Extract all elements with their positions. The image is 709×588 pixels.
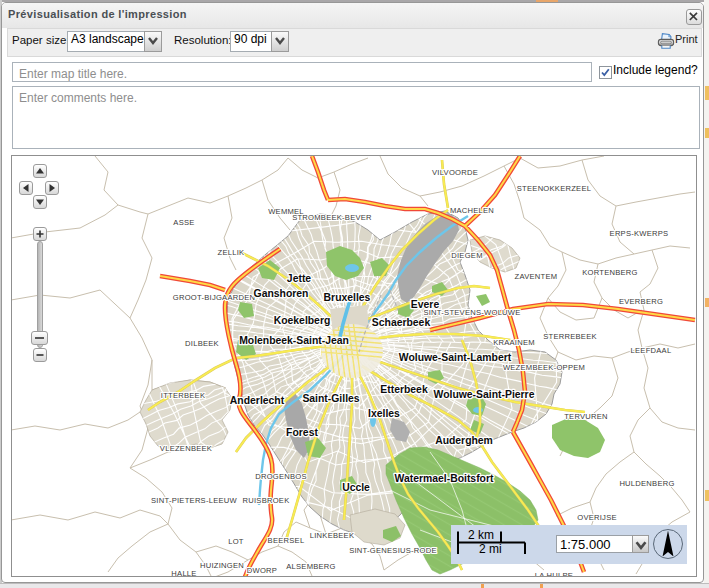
svg-text:Ganshoren: Ganshoren	[254, 288, 309, 299]
svg-text:Saint-Gilles: Saint-Gilles	[302, 393, 359, 404]
svg-text:ZELLIK: ZELLIK	[218, 248, 245, 257]
svg-text:LEEFDAAL: LEEFDAAL	[631, 346, 672, 355]
svg-text:Schaerbeek: Schaerbeek	[372, 317, 431, 328]
svg-text:ALSEMBERG: ALSEMBERG	[286, 562, 336, 571]
svg-text:Uccle: Uccle	[342, 482, 370, 493]
svg-text:LOT: LOT	[228, 537, 244, 546]
svg-text:DWORP: DWORP	[247, 566, 277, 575]
svg-text:ASSE: ASSE	[173, 218, 194, 227]
svg-text:ITTERBEEK: ITTERBEEK	[161, 391, 205, 400]
svg-text:Molenbeek-Saint-Jean: Molenbeek-Saint-Jean	[239, 335, 349, 346]
svg-text:2 km: 2 km	[468, 528, 494, 542]
svg-text:Woluwe-Saint-Pierre: Woluwe-Saint-Pierre	[434, 389, 535, 400]
svg-text:BEERSEL: BEERSEL	[268, 536, 305, 545]
svg-text:Koekelberg: Koekelberg	[274, 315, 331, 326]
svg-text:Jette: Jette	[287, 273, 311, 284]
svg-text:Bruxelles: Bruxelles	[324, 292, 371, 303]
svg-text:TERVUREN: TERVUREN	[564, 412, 608, 421]
svg-text:HUIZINGEN: HUIZINGEN	[200, 561, 244, 570]
svg-text:2 mi: 2 mi	[479, 542, 502, 556]
svg-text:DIEGEM: DIEGEM	[451, 251, 482, 260]
svg-text:DROGENBOS: DROGENBOS	[255, 472, 307, 481]
svg-text:KRAAINEM: KRAAINEM	[493, 338, 535, 347]
svg-text:HALLE: HALLE	[171, 569, 196, 576]
svg-text:WEZEMBEEK-OPPEM: WEZEMBEEK-OPPEM	[503, 363, 585, 372]
svg-text:OVERIJSE: OVERIJSE	[577, 513, 617, 522]
svg-text:MACHELEN: MACHELEN	[450, 206, 494, 215]
svg-text:Forest: Forest	[286, 427, 318, 438]
svg-text:Evere: Evere	[411, 299, 440, 310]
svg-text:STROMBEEK-BEVER: STROMBEEK-BEVER	[292, 213, 372, 222]
svg-text:VLEZENBEEK: VLEZENBEEK	[160, 444, 212, 453]
svg-text:ERPS-KWERPS: ERPS-KWERPS	[610, 229, 669, 238]
svg-text:EVERBERG: EVERBERG	[619, 297, 663, 306]
svg-text:LINKEBEEK: LINKEBEEK	[310, 531, 354, 540]
svg-text:HULDENBERG: HULDENBERG	[619, 479, 674, 488]
svg-text:Ixelles: Ixelles	[368, 408, 400, 419]
svg-text:RUISBROEK: RUISBROEK	[243, 496, 290, 505]
svg-text:Etterbeek: Etterbeek	[380, 384, 428, 395]
svg-text:Woluwe-Saint-Lambert: Woluwe-Saint-Lambert	[399, 352, 512, 363]
svg-text:Watermael-Boitsfort: Watermael-Boitsfort	[395, 473, 494, 484]
svg-text:Auderghem: Auderghem	[435, 435, 493, 446]
svg-text:Anderlecht: Anderlecht	[230, 395, 285, 406]
svg-text:VILVOORDE: VILVOORDE	[432, 168, 478, 177]
svg-text:DILBEEK: DILBEEK	[185, 339, 219, 348]
svg-text:LA HULPE: LA HULPE	[535, 571, 573, 576]
svg-text:SINT-PIETERS-LEEUW: SINT-PIETERS-LEEUW	[151, 496, 238, 505]
svg-text:KORTENBERG: KORTENBERG	[582, 268, 638, 277]
svg-text:GROOT-BIJGAARDEN: GROOT-BIJGAARDEN	[173, 293, 255, 302]
svg-text:SINT-GENESIUS-RODE: SINT-GENESIUS-RODE	[349, 546, 437, 555]
svg-text:STEENOKKERZEEL: STEENOKKERZEEL	[517, 184, 591, 193]
svg-text:STERREBEEK: STERREBEEK	[543, 332, 597, 341]
svg-text:ZAVENTEM: ZAVENTEM	[515, 272, 558, 281]
